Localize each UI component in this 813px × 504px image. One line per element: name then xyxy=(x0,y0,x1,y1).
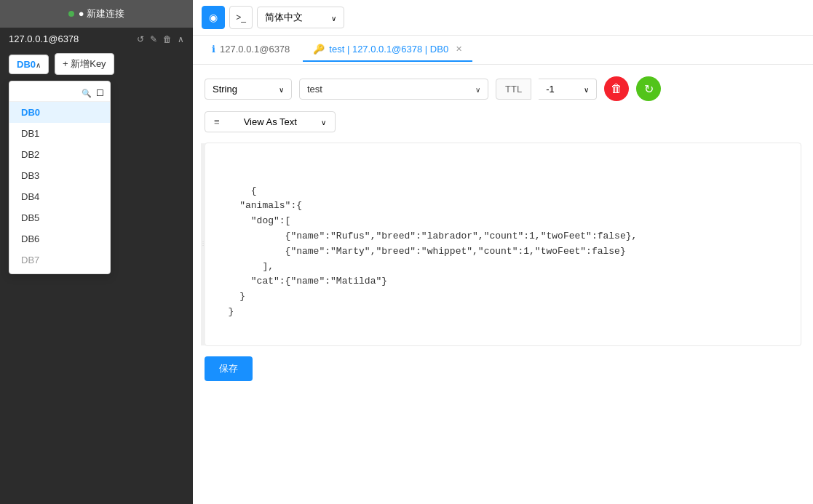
view-as-row: ≡ View As Text xyxy=(205,111,801,132)
db-dropdown-header xyxy=(9,84,110,102)
edit-connection-icon[interactable]: ✎ xyxy=(150,34,157,44)
tab-key-icon: 🔑 xyxy=(313,44,325,55)
tab-close-button[interactable]: ✕ xyxy=(456,44,462,54)
key-name-input[interactable]: test xyxy=(299,79,488,100)
connection-header: 127.0.0.1@6378 ↺ ✎ 🗑 ∧ xyxy=(0,28,193,50)
key-name-chevron-icon xyxy=(475,84,480,95)
delete-icon: 🗑 xyxy=(611,82,622,95)
db-item-2[interactable]: DB2 xyxy=(9,144,110,165)
language-chevron-icon xyxy=(331,12,336,23)
db-item-1[interactable]: DB1 xyxy=(9,123,110,144)
view-as-label: View As Text xyxy=(244,116,297,127)
db-dropdown: DB0 DB1 DB2 DB3 DB4 DB5 DB6 DB7 xyxy=(9,81,111,274)
ttl-label: TTL xyxy=(496,79,531,100)
top-toolbar: ◉ >_ 简体中文 xyxy=(193,0,813,36)
db-item-more[interactable]: DB7 xyxy=(9,249,110,271)
type-chevron-icon xyxy=(279,84,284,95)
delete-connection-icon[interactable]: 🗑 xyxy=(163,34,172,44)
db-selector-row: DB0 DB0 DB1 DB2 DB3 DB4 DB5 DB6 DB7 + 新增… xyxy=(0,50,193,79)
editor-resize-handle[interactable]: ⋮ xyxy=(201,143,205,345)
tab-key[interactable]: 🔑 test | 127.0.0.1@6378 | DB0 ✕ xyxy=(303,38,472,62)
db-chevron-icon xyxy=(36,59,41,70)
ttl-value-display: -1 xyxy=(546,84,555,95)
main-panel: ◉ >_ 简体中文 ℹ 127.0.0.1@6378 🔑 test | 127.… xyxy=(193,0,813,504)
tab-info-icon: ℹ xyxy=(212,44,215,55)
connection-dot xyxy=(68,11,74,17)
db-item-0[interactable]: DB0 xyxy=(9,102,110,123)
terminal-icon: >_ xyxy=(236,12,246,23)
terminal-button[interactable]: >_ xyxy=(229,6,253,29)
db-item-3[interactable]: DB3 xyxy=(9,165,110,186)
add-key-button[interactable]: + 新增Key xyxy=(55,53,114,75)
save-button[interactable]: 保存 xyxy=(205,356,253,381)
delete-key-button[interactable]: 🗑 xyxy=(604,76,629,101)
key-editor: String test TTL -1 🗑 ↻ ≡ View As xyxy=(193,65,813,504)
view-mode-button[interactable]: ◉ xyxy=(202,6,225,29)
type-label: String xyxy=(213,84,237,95)
view-icon: ◉ xyxy=(209,12,218,23)
db-search-icon[interactable] xyxy=(82,87,92,98)
new-connection-button[interactable]: ● 新建连接 xyxy=(0,0,193,28)
language-select[interactable]: 简体中文 xyxy=(257,7,344,28)
ttl-input[interactable]: -1 xyxy=(539,79,597,100)
key-name-value: test xyxy=(307,84,322,95)
selected-db-label: DB0 xyxy=(17,59,36,70)
language-label: 简体中文 xyxy=(265,11,303,24)
db-item-6[interactable]: DB6 xyxy=(9,228,110,249)
connection-actions: ↺ ✎ 🗑 ∧ xyxy=(137,34,184,44)
view-as-chevron-icon xyxy=(321,116,326,127)
refresh-connection-icon[interactable]: ↺ xyxy=(137,34,144,44)
tabs-bar: ℹ 127.0.0.1@6378 🔑 test | 127.0.0.1@6378… xyxy=(193,36,813,65)
json-editor[interactable]: ⋮ { "animals":{ "dog":[ {"name":"Rufus",… xyxy=(205,143,801,346)
tab-key-label: test | 127.0.0.1@6378 | DB0 xyxy=(329,44,448,55)
json-content: { "animals":{ "dog":[ {"name":"Rufus","b… xyxy=(217,185,637,317)
type-select[interactable]: String xyxy=(205,79,292,100)
connection-title: 127.0.0.1@6378 xyxy=(9,33,79,44)
db-item-4[interactable]: DB4 xyxy=(9,186,110,207)
view-as-select[interactable]: ≡ View As Text xyxy=(205,111,336,132)
db-selector-wrapper: DB0 DB0 DB1 DB2 DB3 DB4 DB5 DB6 DB7 xyxy=(9,55,49,74)
db-check-icon[interactable] xyxy=(96,87,104,98)
tab-connection-label: 127.0.0.1@6378 xyxy=(220,44,290,55)
collapse-connection-icon[interactable]: ∧ xyxy=(178,34,184,44)
ttl-chevron-icon xyxy=(584,84,589,95)
sidebar: ● 新建连接 127.0.0.1@6378 ↺ ✎ 🗑 ∧ DB0 DB0 DB… xyxy=(0,0,193,504)
tab-connection[interactable]: ℹ 127.0.0.1@6378 xyxy=(202,38,300,62)
db-select-button[interactable]: DB0 xyxy=(9,55,49,74)
view-as-icon: ≡ xyxy=(214,116,220,127)
new-connection-label: ● 新建连接 xyxy=(79,7,124,20)
refresh-icon: ↻ xyxy=(644,82,654,96)
db-item-5[interactable]: DB5 xyxy=(9,207,110,228)
add-key-label: + 新增Key xyxy=(63,57,106,71)
key-meta-row: String test TTL -1 🗑 ↻ xyxy=(205,76,801,101)
refresh-key-button[interactable]: ↻ xyxy=(636,76,661,101)
